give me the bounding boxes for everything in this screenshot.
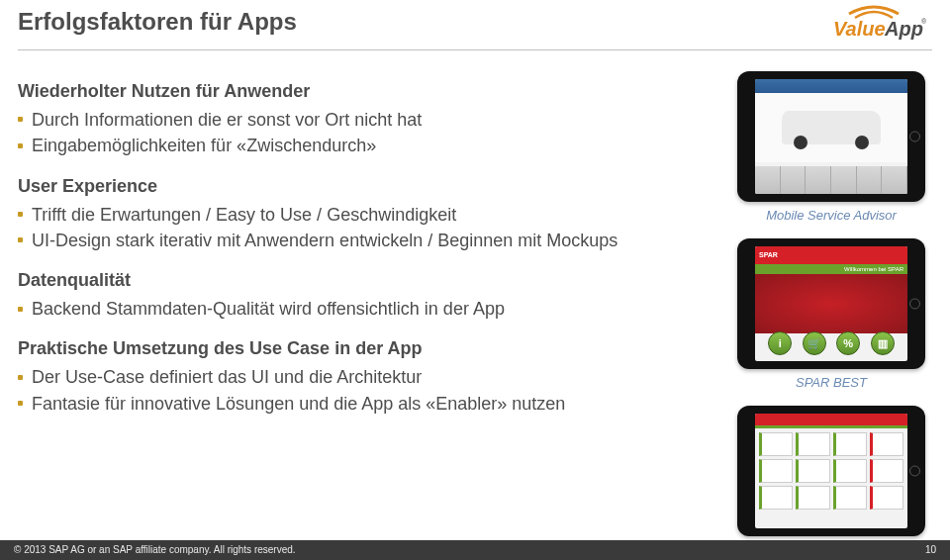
- tablet-screen: [755, 414, 907, 528]
- page-title: Erfolgsfaktoren für Apps: [18, 8, 297, 36]
- copyright-text: © 2013 SAP AG or an SAP affiliate compan…: [14, 540, 296, 560]
- tablet-mockup-car: [737, 71, 925, 202]
- logo-app-text: App: [884, 18, 923, 40]
- bullet-item: Der Use-Case definiert das UI und die Ar…: [18, 365, 651, 389]
- bullet-item: Eingabemöglichkeiten für «Zwischendurch»: [18, 134, 651, 157]
- spar-welcome-label: Willkommen bei SPAR: [755, 264, 907, 274]
- bullet-item: UI-Design stark iterativ mit Anwendern e…: [18, 229, 651, 252]
- svg-text:®: ®: [921, 18, 927, 25]
- bullet-list: Trifft die Erwartungen / Easy to Use / G…: [18, 203, 651, 253]
- tablet-home-button-icon: [909, 299, 920, 310]
- section-heading: Wiederholter Nutzen für Anwender: [18, 81, 651, 102]
- footer: © 2013 SAP AG or an SAP affiliate compan…: [0, 540, 950, 560]
- right-column: Mobile Service Advisor SPAR Willkommen b…: [732, 71, 930, 557]
- tablet-screen: SPAR Willkommen bei SPAR i 🛒 % ▥: [755, 246, 907, 361]
- tablet-home-button-icon: [909, 132, 920, 142]
- content-left: Wiederholter Nutzen für Anwender Durch I…: [18, 81, 651, 418]
- tablet-home-button-icon: [909, 466, 920, 477]
- info-icon: i: [768, 331, 792, 355]
- bullet-item: Fantasie für innovative Lösungen und die…: [18, 392, 651, 416]
- image-caption: SPAR BEST: [732, 375, 930, 390]
- spar-brand-label: SPAR: [755, 246, 907, 264]
- tablet-mockup-spar: SPAR Willkommen bei SPAR i 🛒 % ▥: [737, 238, 925, 369]
- divider: [18, 49, 932, 50]
- tablet-mockup-cis: [737, 406, 925, 536]
- bullet-item: Backend Stammdaten-Qualität wird offensi…: [18, 297, 651, 321]
- list-icon: ▥: [871, 331, 895, 355]
- logo-value-text: Value: [833, 18, 886, 40]
- bullet-item: Trifft die Erwartungen / Easy to Use / G…: [18, 203, 651, 227]
- section-heading: Praktische Umsetzung des Use Case in der…: [18, 338, 651, 359]
- valueapp-logo: Value App ®: [819, 4, 928, 46]
- tablet-screen: [755, 79, 907, 194]
- section-heading: Datenqualität: [18, 270, 651, 291]
- image-caption: Mobile Service Advisor: [732, 208, 930, 223]
- bullet-list: Backend Stammdaten-Qualität wird offensi…: [18, 297, 651, 321]
- bullet-list: Durch Informationen die er sonst vor Ort…: [18, 108, 651, 158]
- page-number: 10: [925, 540, 936, 560]
- cart-icon: 🛒: [803, 331, 826, 355]
- car-icon: [782, 111, 881, 144]
- bullet-item: Durch Informationen die er sonst vor Ort…: [18, 108, 651, 132]
- section-heading: User Experience: [18, 176, 651, 197]
- percent-icon: %: [836, 331, 860, 355]
- slide: Erfolgsfaktoren für Apps Value App ® Wie…: [0, 0, 950, 560]
- bullet-list: Der Use-Case definiert das UI und die Ar…: [18, 365, 651, 416]
